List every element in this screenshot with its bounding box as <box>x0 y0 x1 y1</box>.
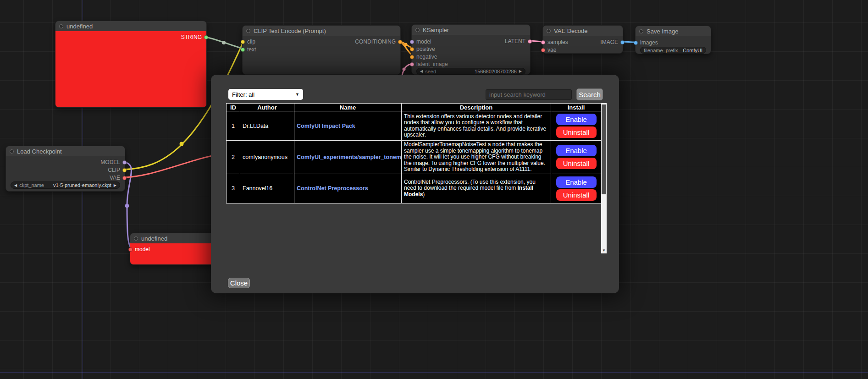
node-clip-text-encode[interactable]: CLIP Text Encode (Prompt) clip text COND… <box>242 25 401 75</box>
node-collapse-dot[interactable] <box>10 149 14 154</box>
enable-button[interactable]: Enable <box>556 176 597 188</box>
grid-axis-horizontal <box>0 372 868 373</box>
output-label: MODEL <box>100 159 120 165</box>
input-pin-model[interactable] <box>128 247 133 252</box>
widget-label: filename_prefix <box>644 48 678 53</box>
widget-value: v1-5-pruned-emaonly.ckpt <box>53 182 111 188</box>
extension-link[interactable]: ControlNet Preprocessors <box>297 185 368 192</box>
widget-decrement-arrow[interactable]: ◀ <box>420 69 423 73</box>
input-slot-images: images <box>634 39 658 46</box>
input-slot-vae: vae <box>541 47 556 53</box>
node-header[interactable]: undefined <box>55 21 206 31</box>
input-label: positive <box>416 46 435 52</box>
enable-button[interactable]: Enable <box>556 145 597 156</box>
node-collapse-dot[interactable] <box>639 29 643 33</box>
node-header[interactable]: undefined <box>130 233 219 243</box>
node-title: Load Checkpoint <box>17 148 62 155</box>
node-title: KSampler <box>423 27 449 33</box>
input-pin-positive[interactable] <box>410 47 414 51</box>
cell-description: This extension offers various detector n… <box>402 111 551 141</box>
input-pin-images[interactable] <box>634 41 638 45</box>
output-label: LATENT <box>505 38 525 44</box>
node-header[interactable]: Save Image <box>636 26 711 36</box>
node-load-checkpoint[interactable]: Load Checkpoint MODEL CLIP VAE ◀ ckpt_na… <box>6 146 125 192</box>
node-header[interactable]: KSampler <box>412 25 530 35</box>
input-pin-negative[interactable] <box>410 55 414 59</box>
node-undefined-bottom[interactable]: undefined model <box>130 233 220 265</box>
output-slot-clip: CLIP <box>108 167 127 173</box>
uninstall-button[interactable]: Uninstall <box>556 126 597 138</box>
input-pin-latent-image[interactable] <box>410 62 414 66</box>
node-error-body: model <box>130 243 219 264</box>
scrollbar-down-arrow-icon[interactable]: ▼ <box>601 248 607 253</box>
extension-row: 1Dr.Lt.DataComfyUI Impact PackThis exten… <box>227 111 602 141</box>
cell-id: 1 <box>227 111 240 141</box>
close-button[interactable]: Close <box>228 278 250 288</box>
column-header-install: Install <box>551 104 602 111</box>
cell-author: comfyanonymous <box>240 141 294 174</box>
node-collapse-dot[interactable] <box>59 24 63 28</box>
node-vae-decode[interactable]: VAE Decode samples vae IMAGE <box>542 25 623 54</box>
output-slot-conditioning: CONDITIONING <box>355 38 402 45</box>
extension-link[interactable]: ComfyUI Impact Pack <box>297 123 355 129</box>
widget-prev-arrow[interactable]: ◀ <box>14 183 17 187</box>
column-header-name: Name <box>294 104 402 111</box>
search-button[interactable]: Search <box>576 88 603 100</box>
output-slot-latent: LATENT <box>505 38 532 44</box>
node-undefined-top[interactable]: undefined STRING <box>55 21 207 108</box>
input-pin-samples[interactable] <box>541 40 545 44</box>
cell-name: ComfyUI Impact Pack <box>294 111 402 141</box>
node-header[interactable]: CLIP Text Encode (Prompt) <box>243 26 400 36</box>
extension-link[interactable]: ComfyUI_experiments/sampler_tonemap <box>297 154 402 160</box>
output-pin-string[interactable] <box>204 35 208 39</box>
filter-select-label: Filter: all <box>232 91 254 98</box>
extension-row: 3Fannovel16ControlNet PreprocessorsContr… <box>227 174 602 203</box>
output-pin-vae[interactable] <box>122 176 127 180</box>
cell-install: EnableUninstall <box>551 174 602 203</box>
seed-widget[interactable]: ◀ seed 156680208700286 ▶ <box>416 68 525 75</box>
node-title: Save Image <box>647 28 678 35</box>
output-label: CLIP <box>108 167 120 173</box>
enable-button[interactable]: Enable <box>556 114 597 125</box>
widget-next-arrow[interactable]: ▶ <box>114 183 116 187</box>
output-pin-model[interactable] <box>122 160 127 165</box>
filter-select[interactable]: Filter: all ▼ <box>228 89 303 100</box>
input-pin-clip[interactable] <box>241 40 245 44</box>
ckpt-name-widget[interactable]: ◀ ckpt_name v1-5-pruned-emaonly.ckpt ▶ <box>11 181 120 189</box>
node-save-image[interactable]: Save Image images filename_prefix ComfyU… <box>635 26 711 54</box>
node-ksampler[interactable]: KSampler model positive negative latent_… <box>411 24 531 75</box>
uninstall-button[interactable]: Uninstall <box>556 189 597 201</box>
input-label: vae <box>547 47 556 53</box>
widget-label: seed <box>425 69 436 74</box>
filename-prefix-widget[interactable]: filename_prefix ComfyUI <box>640 47 706 54</box>
output-pin-image[interactable] <box>620 40 625 44</box>
input-slot-clip: clip <box>241 38 255 45</box>
output-label: CONDITIONING <box>355 38 396 45</box>
output-pin-latent[interactable] <box>528 39 532 44</box>
node-collapse-dot[interactable] <box>134 236 138 241</box>
input-pin-model[interactable] <box>410 40 414 44</box>
node-header[interactable]: VAE Decode <box>543 26 623 36</box>
cell-install: EnableUninstall <box>551 141 602 174</box>
table-scrollbar[interactable]: ▼ <box>601 103 607 253</box>
node-collapse-dot[interactable] <box>415 28 420 32</box>
search-input[interactable] <box>486 89 572 100</box>
output-label: IMAGE <box>600 39 618 45</box>
uninstall-button[interactable]: Uninstall <box>556 158 597 169</box>
node-header[interactable]: Load Checkpoint <box>6 146 125 156</box>
output-pin-clip[interactable] <box>122 168 127 172</box>
input-label: model <box>416 38 431 45</box>
node-collapse-dot[interactable] <box>547 29 551 33</box>
chevron-down-icon: ▼ <box>295 92 299 97</box>
input-label: samples <box>547 39 568 45</box>
cell-id: 2 <box>227 141 240 174</box>
extension-table-body: 1Dr.Lt.DataComfyUI Impact PackThis exten… <box>227 111 602 203</box>
output-pin-conditioning[interactable] <box>398 40 402 44</box>
input-pin-vae[interactable] <box>541 48 545 52</box>
scrollbar-thumb[interactable] <box>602 104 606 194</box>
input-pin-text[interactable] <box>241 48 245 52</box>
widget-increment-arrow[interactable]: ▶ <box>519 69 522 73</box>
input-label: clip <box>247 38 255 45</box>
node-error-body: STRING <box>55 31 206 107</box>
node-collapse-dot[interactable] <box>246 29 250 33</box>
